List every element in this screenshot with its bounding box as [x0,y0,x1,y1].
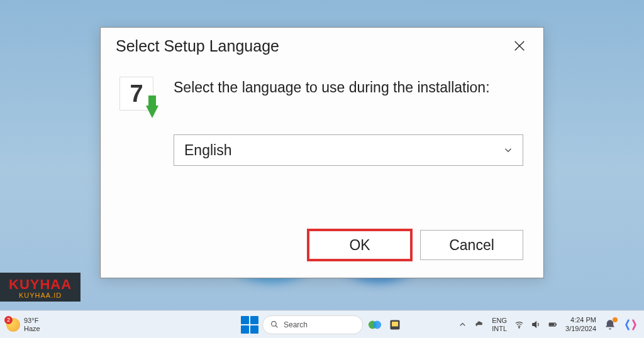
onedrive-icon[interactable] [475,320,484,329]
svg-point-4 [272,322,277,327]
taskbar-weather[interactable]: 93°F Haze [0,311,47,338]
svg-rect-13 [550,324,554,325]
watermark-brand: KUYHAA [9,276,72,293]
svg-point-7 [373,320,381,329]
dialog-title: Select Setup Language [116,37,279,55]
chevron-up-icon[interactable] [458,320,467,329]
wifi-icon[interactable] [514,320,524,329]
chevron-down-icon [502,144,514,156]
installer-icon: 7 [119,75,160,116]
language-select-row: English [101,116,543,166]
dialog-buttons: OK Cancel [308,230,523,260]
close-icon [513,39,526,53]
lang-bottom: INTL [492,325,507,332]
cancel-button[interactable]: Cancel [420,230,523,260]
search-placeholder: Search [284,320,308,329]
taskbar-app-2[interactable] [387,317,403,333]
clock-time: 4:24 PM [565,316,596,324]
start-button[interactable] [241,316,258,334]
copilot-icon[interactable] [624,318,638,332]
weather-text: 93°F Haze [24,317,40,332]
weather-temp: 93°F [24,317,40,324]
language-select-value: English [184,142,231,159]
instruction-text: Select the language to use during the in… [174,75,490,116]
search-icon [270,320,279,329]
taskbar-app-1[interactable] [367,317,383,333]
volume-icon[interactable] [531,320,541,329]
svg-line-5 [275,325,277,327]
close-button[interactable] [506,32,533,60]
dialog-titlebar: Select Setup Language [101,28,543,64]
language-indicator[interactable]: ENG INTL [492,317,507,332]
cancel-button-label: Cancel [449,237,494,254]
taskbar: 93°F Haze Search ENG INTL 4 [0,310,644,338]
taskbar-clock[interactable]: 4:24 PM 3/19/2024 [565,316,596,332]
svg-rect-9 [392,322,398,327]
lang-top: ENG [492,317,507,324]
taskbar-right: ENG INTL 4:24 PM 3/19/2024 [458,311,644,338]
language-select[interactable]: English [174,134,523,166]
clock-date: 3/19/2024 [565,325,596,333]
ok-button-label: OK [349,237,370,254]
weather-condition: Haze [24,325,40,332]
svg-point-10 [519,327,519,328]
taskbar-center: Search [241,311,403,338]
watermark: KUYHAA KUYHAA.ID [0,273,80,302]
svg-marker-11 [533,322,536,327]
ok-button[interactable]: OK [308,230,411,260]
taskbar-search[interactable]: Search [262,315,363,334]
notification-icon[interactable] [604,319,616,331]
weather-icon [6,318,20,332]
battery-icon[interactable] [548,320,558,329]
dialog-body: 7 Select the language to use during the … [101,64,543,116]
setup-language-dialog: Select Setup Language 7 Select the langu… [100,27,544,278]
